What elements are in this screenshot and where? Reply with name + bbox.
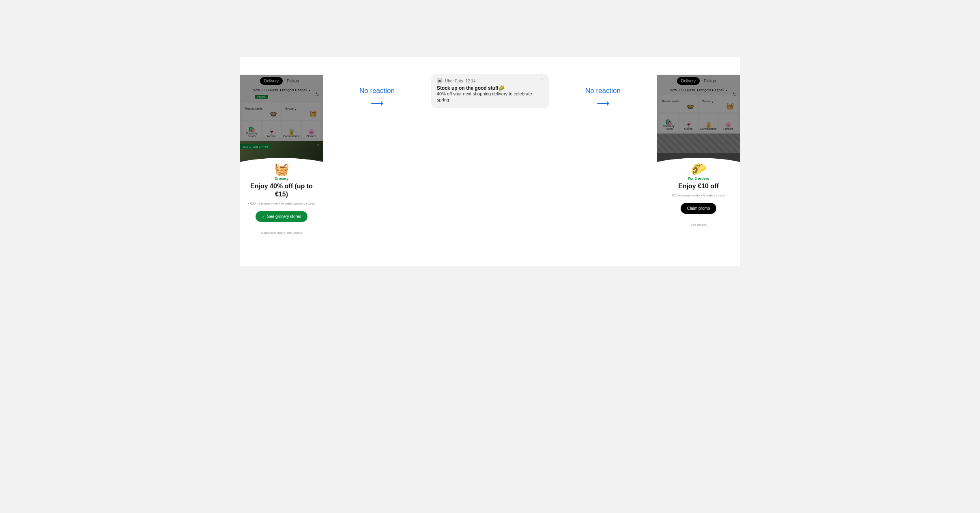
flow-label: No reaction [359, 87, 395, 95]
sheet-subtitle: • €30 minimum order • At select grocery … [244, 202, 319, 205]
flow-label: No reaction [585, 87, 621, 95]
svg-point-3 [318, 95, 318, 96]
sheet-footer-link[interactable]: See details [661, 223, 736, 226]
address-prefix: Now [253, 88, 260, 92]
see-grocery-stores-button[interactable]: ✓ See grocery stores [256, 211, 308, 222]
chevron-down-icon: ▾ [726, 88, 727, 92]
notification-app-name: Uber Eats [445, 79, 463, 83]
svg-point-0 [316, 93, 317, 94]
grocery-icon: 🧺 [726, 103, 734, 110]
category-specialty[interactable]: 🛍️ Specialty Foods [660, 114, 678, 131]
category-convenience[interactable]: 🥫 Convenience [699, 114, 718, 131]
alcohol-icon: 🍷 [268, 129, 275, 135]
hero-banner: Buy 1, Get 1 Free ♡ [240, 141, 323, 160]
category-grocery[interactable]: Grocery 🧺 [699, 95, 737, 112]
tab-pickup[interactable]: Pickup [700, 77, 720, 85]
check-icon: ✓ [262, 215, 265, 219]
category-alcohol[interactable]: 🍷 Alcohol [679, 114, 698, 131]
category-grocery[interactable]: Grocery 🧺 [282, 103, 320, 120]
delivery-pickup-segmented: Delivery Pickup [660, 77, 737, 85]
arrow-right-icon: ⟶ [597, 98, 610, 109]
address-selector[interactable]: Now • 5B Pass. François Raspail ▾ [660, 88, 737, 92]
notification-title: Stock up on the good stuff🌽 [437, 85, 543, 91]
notification-body: 40% off your next shopping delivery to c… [437, 91, 543, 103]
sheet-eyebrow: For 2 orders [661, 177, 736, 181]
claim-promo-button[interactable]: Claim promo [681, 203, 717, 214]
push-notification[interactable]: UE Uber Eats 12:14 ⌃ Stock up on the goo… [431, 74, 549, 108]
sheet-title: Enjoy €10 off [661, 182, 736, 190]
category-flowers[interactable]: 🌸 Flowers [719, 114, 737, 131]
chevron-down-icon: ▾ [309, 88, 310, 92]
sheet-footer-link[interactable]: Conditions apply, see details [244, 231, 319, 235]
flowers-icon: 🌸 [725, 122, 732, 127]
phone-mock-right: Delivery Pickup Now • 5B Pass. François … [657, 75, 740, 170]
grocery-icon: 🧺 [309, 110, 317, 117]
filter-icon[interactable] [315, 92, 320, 97]
category-specialty[interactable]: 🛍️ Specialty Foods [243, 121, 261, 138]
app-icon: UE [437, 78, 443, 84]
address-selector[interactable]: Now • 5B Pass. François Raspail ▾ [243, 88, 320, 92]
category-grid: Restaurants 🍲 Grocery 🧺 🛍️ Specialty Foo… [240, 101, 323, 141]
specialty-icon: 🛍️ [665, 119, 672, 125]
category-flowers[interactable]: 🌸 Flowers [302, 121, 320, 138]
cta-label: See grocery stores [267, 214, 301, 219]
flow-step-1: No reaction ⟶ [351, 87, 404, 109]
phone-mock-left: Delivery Pickup Now • 5B Pass. François … [240, 75, 323, 170]
restaurants-icon: 🍲 [269, 110, 277, 117]
bogo-badge: Buy 1, Get 1 Free [240, 144, 271, 149]
arrow-right-icon: ⟶ [371, 98, 384, 109]
tab-pickup[interactable]: Pickup [283, 77, 303, 85]
specialty-icon: 🛍️ [248, 126, 255, 132]
promo-sheet-right: 🌮 For 2 orders Enjoy €10 off €25 minimum… [657, 158, 740, 230]
diagram-canvas: Delivery Pickup Now • 5B Pass. François … [240, 57, 740, 266]
address-prefix: Now [670, 88, 677, 92]
tab-delivery[interactable]: Delivery [677, 77, 700, 85]
taco-icon: 🌮 [691, 162, 706, 176]
tab-delivery[interactable]: Delivery [260, 77, 283, 85]
restaurants-icon: 🍲 [686, 103, 694, 110]
chevron-up-icon[interactable]: ⌃ [541, 78, 544, 82]
address-text: 5B Pass. François Raspail [681, 88, 724, 92]
promo-sheet-left: 🧺 Grocery Enjoy 40% off (up to €15) • €3… [240, 158, 323, 238]
filter-icon[interactable] [732, 92, 737, 97]
flowers-icon: 🌸 [308, 129, 315, 135]
sheet-title: Enjoy 40% off (up to €15) [244, 182, 319, 198]
svg-point-9 [735, 95, 735, 96]
convenience-icon: 🥫 [288, 129, 295, 135]
category-grid: Restaurants 🍲 Grocery 🧺 🛍️ Specialty Foo… [657, 94, 740, 134]
basket-icon: 🧺 [274, 162, 289, 176]
sheet-eyebrow: Grocery [244, 177, 319, 181]
address-text: 5B Pass. François Raspail [264, 88, 307, 92]
heart-icon[interactable]: ♡ [317, 143, 320, 148]
notification-time: 12:14 [465, 79, 475, 83]
alcohol-icon: 🍷 [685, 122, 692, 127]
promo-chip: Promo [255, 95, 268, 99]
category-restaurants[interactable]: Restaurants 🍲 [660, 95, 698, 112]
convenience-icon: 🥫 [705, 122, 712, 127]
category-convenience[interactable]: 🥫 Convenience [282, 121, 301, 138]
category-alcohol[interactable]: 🍷 Alcohol [262, 121, 281, 138]
svg-point-6 [733, 93, 734, 94]
category-restaurants[interactable]: Restaurants 🍲 [243, 103, 281, 120]
sheet-subtitle: €25 minimum order • At select stores [661, 194, 736, 197]
delivery-pickup-segmented: Delivery Pickup [243, 77, 320, 85]
hero-banner [657, 134, 740, 153]
cta-label: Claim promo [687, 206, 710, 211]
flow-step-2: No reaction ⟶ [577, 87, 630, 109]
